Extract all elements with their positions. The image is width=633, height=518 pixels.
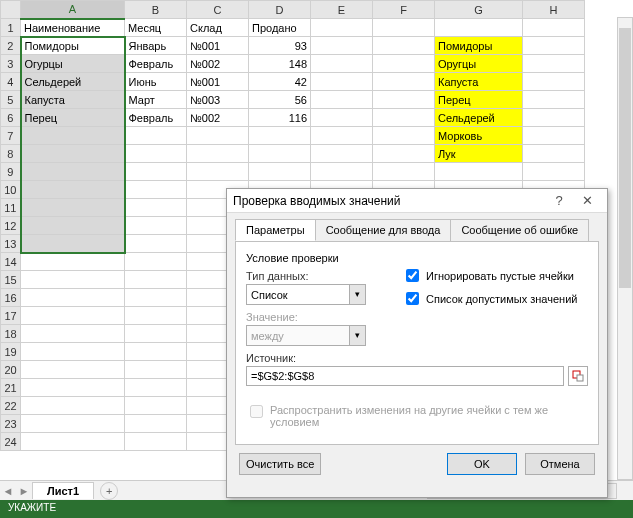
cell[interactable]: 93: [249, 37, 311, 55]
cell[interactable]: [21, 271, 125, 289]
cell[interactable]: Лук: [435, 145, 523, 163]
cell[interactable]: [21, 253, 125, 271]
row-header[interactable]: 19: [1, 343, 21, 361]
cell[interactable]: [125, 361, 187, 379]
cell[interactable]: Июнь: [125, 73, 187, 91]
row-header[interactable]: 13: [1, 235, 21, 253]
ok-button[interactable]: OK: [447, 453, 517, 475]
row-header[interactable]: 7: [1, 127, 21, 145]
cell[interactable]: Оругцы: [435, 55, 523, 73]
cell[interactable]: [435, 163, 523, 181]
vertical-scrollbar[interactable]: [617, 17, 633, 480]
cell[interactable]: Февраль: [125, 109, 187, 127]
cell[interactable]: Помидоры: [21, 37, 125, 55]
cell[interactable]: [373, 91, 435, 109]
row-header[interactable]: 1: [1, 19, 21, 37]
cell[interactable]: [125, 145, 187, 163]
cell[interactable]: [21, 433, 125, 451]
col-header-g[interactable]: G: [435, 1, 523, 19]
col-header-a[interactable]: A: [21, 1, 125, 19]
col-header-b[interactable]: B: [125, 1, 187, 19]
help-button[interactable]: ?: [545, 193, 573, 208]
cell[interactable]: [523, 109, 585, 127]
cell[interactable]: [187, 127, 249, 145]
clear-all-button[interactable]: Очистить все: [239, 453, 321, 475]
cell[interactable]: [125, 379, 187, 397]
dialog-titlebar[interactable]: Проверка вводимых значений ? ✕: [227, 189, 607, 213]
row-header[interactable]: 18: [1, 325, 21, 343]
col-header-f[interactable]: F: [373, 1, 435, 19]
cell[interactable]: [311, 37, 373, 55]
close-button[interactable]: ✕: [573, 193, 601, 208]
add-sheet-button[interactable]: +: [100, 482, 118, 500]
in-cell-dropdown-checkbox[interactable]: Список допустимых значений: [402, 289, 577, 308]
col-header-h[interactable]: H: [523, 1, 585, 19]
cell[interactable]: [125, 289, 187, 307]
row-header[interactable]: 5: [1, 91, 21, 109]
cell[interactable]: [21, 181, 125, 199]
cell[interactable]: [21, 235, 125, 253]
cell[interactable]: [21, 307, 125, 325]
tab-error-alert[interactable]: Сообщение об ошибке: [450, 219, 589, 241]
cell[interactable]: [125, 397, 187, 415]
row-header[interactable]: 9: [1, 163, 21, 181]
row-header[interactable]: 6: [1, 109, 21, 127]
cell[interactable]: Склад: [187, 19, 249, 37]
cell[interactable]: [523, 19, 585, 37]
cell[interactable]: [311, 73, 373, 91]
cell[interactable]: [125, 217, 187, 235]
cell[interactable]: [125, 271, 187, 289]
data-type-value[interactable]: [247, 285, 349, 304]
tab-nav-next[interactable]: ►: [16, 485, 32, 497]
col-header-e[interactable]: E: [311, 1, 373, 19]
cell[interactable]: Перец: [21, 109, 125, 127]
cell[interactable]: [373, 145, 435, 163]
cell[interactable]: [373, 163, 435, 181]
cell[interactable]: Продано: [249, 19, 311, 37]
cell[interactable]: [125, 163, 187, 181]
cell[interactable]: [523, 145, 585, 163]
cell[interactable]: [523, 91, 585, 109]
cell[interactable]: Капуста: [21, 91, 125, 109]
cell[interactable]: 116: [249, 109, 311, 127]
cell[interactable]: [373, 127, 435, 145]
cell[interactable]: №002: [187, 109, 249, 127]
cell[interactable]: [125, 253, 187, 271]
cell[interactable]: №001: [187, 37, 249, 55]
cell[interactable]: [21, 415, 125, 433]
row-header[interactable]: 15: [1, 271, 21, 289]
cell[interactable]: Месяц: [125, 19, 187, 37]
cell[interactable]: [373, 109, 435, 127]
source-input[interactable]: [246, 366, 564, 386]
cell[interactable]: Январь: [125, 37, 187, 55]
row-header[interactable]: 20: [1, 361, 21, 379]
cell[interactable]: [311, 55, 373, 73]
cell[interactable]: [523, 55, 585, 73]
row-header[interactable]: 16: [1, 289, 21, 307]
cell[interactable]: [311, 145, 373, 163]
cell[interactable]: [125, 307, 187, 325]
cell[interactable]: [21, 379, 125, 397]
cell[interactable]: Огурцы: [21, 55, 125, 73]
row-header[interactable]: 4: [1, 73, 21, 91]
cell[interactable]: [21, 199, 125, 217]
cell[interactable]: [21, 127, 125, 145]
cell[interactable]: 148: [249, 55, 311, 73]
cell[interactable]: [373, 73, 435, 91]
cell[interactable]: [311, 19, 373, 37]
row-header[interactable]: 3: [1, 55, 21, 73]
cell[interactable]: [21, 343, 125, 361]
cell[interactable]: [373, 55, 435, 73]
cell[interactable]: [311, 127, 373, 145]
row-header[interactable]: 8: [1, 145, 21, 163]
cell[interactable]: [187, 163, 249, 181]
cell[interactable]: [21, 361, 125, 379]
cancel-button[interactable]: Отмена: [525, 453, 595, 475]
cell[interactable]: [249, 163, 311, 181]
cell[interactable]: [21, 325, 125, 343]
cell[interactable]: [187, 145, 249, 163]
cell[interactable]: [125, 199, 187, 217]
cell[interactable]: №003: [187, 91, 249, 109]
cell[interactable]: [373, 37, 435, 55]
cell[interactable]: №001: [187, 73, 249, 91]
